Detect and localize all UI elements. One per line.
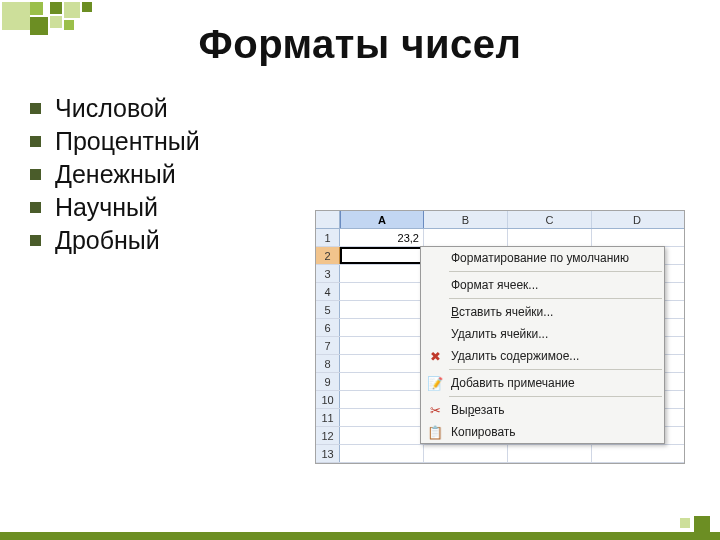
bullet-icon (30, 202, 41, 213)
row-header[interactable]: 7 (316, 337, 340, 354)
menu-item-delete-content[interactable]: ✖ Удалить содержимое... (421, 345, 664, 367)
column-header-d[interactable]: D (592, 211, 682, 228)
deco-square (82, 2, 92, 12)
list-item-label: Процентный (55, 127, 200, 156)
table-row[interactable]: 1 23,2 (316, 229, 684, 247)
cell[interactable] (340, 301, 424, 318)
bullet-icon (30, 169, 41, 180)
cell-selected[interactable] (340, 247, 424, 264)
cell[interactable] (340, 391, 424, 408)
list-item-label: Числовой (55, 94, 168, 123)
column-header-a[interactable]: A (340, 211, 424, 228)
context-menu: Форматирование по умолчанию Формат ячеек… (420, 246, 665, 444)
bullet-icon (30, 235, 41, 246)
blank-icon (421, 301, 449, 323)
cell[interactable] (424, 229, 508, 246)
list-item-label: Дробный (55, 226, 160, 255)
footer-bar (0, 532, 720, 540)
menu-item-label: Добавить примечание (449, 376, 664, 390)
menu-item-copy[interactable]: 📋 Копировать (421, 421, 664, 443)
cell[interactable] (508, 445, 592, 462)
menu-item-label: Формат ячеек... (449, 278, 664, 292)
deco-square (50, 2, 62, 14)
row-header[interactable]: 2 (316, 247, 340, 264)
bullet-icon (30, 136, 41, 147)
menu-item-label: Удалить содержимое... (449, 349, 664, 363)
column-header-b[interactable]: B (424, 211, 508, 228)
cell[interactable] (340, 445, 424, 462)
delete-icon: ✖ (421, 345, 449, 367)
cell[interactable] (340, 355, 424, 372)
cell[interactable] (340, 319, 424, 336)
cell[interactable] (340, 409, 424, 426)
cell[interactable] (508, 229, 592, 246)
deco-square (680, 518, 690, 528)
list-item-label: Денежный (55, 160, 176, 189)
deco-square (64, 2, 80, 18)
copy-icon: 📋 (421, 421, 449, 443)
menu-item-label: Удалить ячейки... (449, 327, 664, 341)
menu-separator (449, 298, 662, 299)
menu-item-cut[interactable]: ✂ Вырезать (421, 399, 664, 421)
row-header[interactable]: 13 (316, 445, 340, 462)
deco-square (30, 17, 48, 35)
menu-item-add-note[interactable]: 📝 Добавить примечание (421, 372, 664, 394)
row-header[interactable]: 1 (316, 229, 340, 246)
menu-item-insert-cells[interactable]: Вставить ячейки... (421, 301, 664, 323)
cell[interactable] (340, 283, 424, 300)
bullet-icon (30, 103, 41, 114)
column-header-row: A B C D (316, 211, 684, 229)
label-rest: обавить примечание (459, 376, 574, 390)
menu-item-format-cells[interactable]: Формат ячеек... (421, 274, 664, 296)
row-header[interactable]: 11 (316, 409, 340, 426)
select-all-corner[interactable] (316, 211, 340, 228)
menu-item-label: Вставить ячейки... (449, 305, 664, 319)
row-header[interactable]: 12 (316, 427, 340, 444)
cell[interactable] (424, 445, 508, 462)
label-rest: ставить ячейки... (459, 305, 553, 319)
list-item: Числовой (26, 94, 296, 123)
list-item: Процентный (26, 127, 296, 156)
cell[interactable] (340, 265, 424, 282)
menu-item-label: Форматирование по умолчанию (449, 251, 664, 265)
deco-square (694, 516, 710, 532)
menu-item-label: Копировать (449, 425, 664, 439)
blank-icon (421, 247, 449, 269)
menu-item-delete-cells[interactable]: Удалить ячейки... (421, 323, 664, 345)
row-header[interactable]: 4 (316, 283, 340, 300)
row-header[interactable]: 8 (316, 355, 340, 372)
list-item: Дробный (26, 226, 296, 255)
deco-square (50, 16, 62, 28)
accel-letter: В (451, 305, 459, 319)
cell[interactable] (340, 337, 424, 354)
note-icon: 📝 (421, 372, 449, 394)
label-pre: Вы (451, 403, 468, 417)
menu-separator (449, 271, 662, 272)
menu-item-label: Вырезать (449, 403, 664, 417)
blank-icon (421, 274, 449, 296)
slide-title: Форматы чисел (0, 22, 720, 67)
label-rest: езать (474, 403, 504, 417)
cut-icon: ✂ (421, 399, 449, 421)
cell-a1[interactable]: 23,2 (340, 229, 424, 246)
cell[interactable] (340, 427, 424, 444)
table-row[interactable]: 13 (316, 445, 684, 463)
menu-item-default-format[interactable]: Форматирование по умолчанию (421, 247, 664, 269)
menu-separator (449, 369, 662, 370)
blank-icon (421, 323, 449, 345)
row-header[interactable]: 9 (316, 373, 340, 390)
deco-square (2, 2, 30, 30)
deco-square (30, 2, 43, 15)
deco-square (64, 20, 74, 30)
cell[interactable] (340, 373, 424, 390)
column-header-c[interactable]: C (508, 211, 592, 228)
cell[interactable] (592, 229, 682, 246)
row-header[interactable]: 10 (316, 391, 340, 408)
cell[interactable] (592, 445, 682, 462)
list-item: Денежный (26, 160, 296, 189)
row-header[interactable]: 3 (316, 265, 340, 282)
row-header[interactable]: 6 (316, 319, 340, 336)
bullet-list: Числовой Процентный Денежный Научный Дро… (26, 94, 296, 259)
row-header[interactable]: 5 (316, 301, 340, 318)
menu-separator (449, 396, 662, 397)
